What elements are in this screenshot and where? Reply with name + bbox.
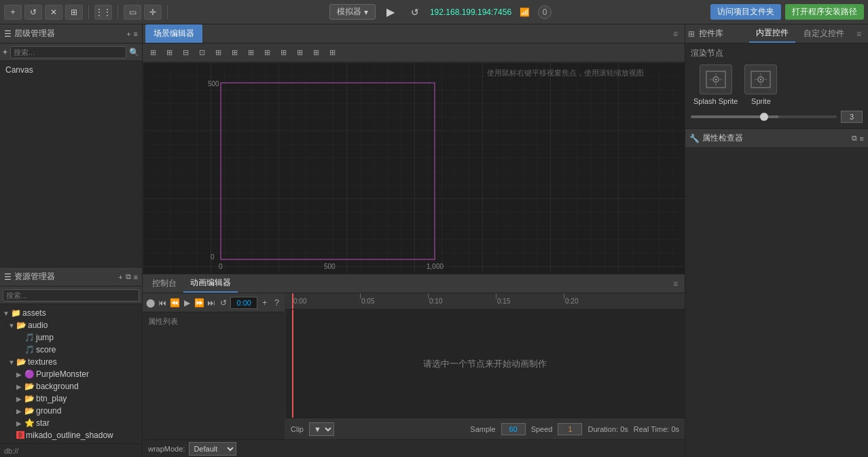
prop-copy-icon[interactable]: ⧉ (852, 134, 857, 143)
timeline-left: ⬤ ⏮ ⏪ ▶ ⏩ ⏭ ↺ + ? 属性列表 (143, 293, 285, 439)
comp-item-splash-sprite[interactable]: Splash Sprite (693, 65, 738, 105)
splash-sprite-icon-box (700, 65, 732, 94)
ground-label: ground (36, 406, 61, 416)
property-inspector-header: 🔧 属性检查器 ⧉ ≡ (685, 129, 868, 148)
tl-prev-btn[interactable]: ⏪ (170, 296, 180, 310)
timeline-time-input[interactable] (230, 297, 257, 309)
scene-toolbar-btn-1[interactable]: ⊞ (145, 46, 160, 60)
add-btn[interactable]: + (4, 5, 22, 20)
star-label: star (36, 418, 50, 428)
tree-item-star[interactable]: ▶ ⭐ star (0, 417, 142, 429)
open-install-btn[interactable]: 打开程序安装路径 (785, 4, 864, 20)
timeline-main: 请选中一个节点来开始动画制作 (285, 310, 685, 418)
scene-toolbar-btn-10[interactable]: ⊞ (292, 46, 307, 60)
layout-btn[interactable]: ⊞ (65, 5, 83, 20)
prop-menu-icon[interactable]: ≡ (860, 134, 864, 143)
axis-0-y: 0 (211, 253, 215, 261)
asset-search-bar (0, 287, 142, 304)
tree-item-jump[interactable]: ▶ 🎵 jump (0, 331, 142, 344)
tl-repeat-btn[interactable]: ↺ (218, 296, 228, 310)
tree-item-audio[interactable]: ▼ 📂 audio (0, 319, 142, 331)
tree-item-score[interactable]: ▶ 🎵 score (0, 344, 142, 356)
scene-toolbar-btn-12[interactable]: ⊞ (325, 46, 340, 60)
scene-toolbar-btn-11[interactable]: ⊞ (308, 46, 323, 60)
tl-help-btn[interactable]: ? (272, 296, 282, 310)
speed-label: Speed (531, 425, 553, 433)
layer-search-input[interactable] (10, 46, 126, 58)
tab-scene-editor[interactable]: 场景编辑器 (145, 24, 202, 43)
notification-badge[interactable]: 0 (538, 5, 551, 19)
tab-animation[interactable]: 动画编辑器 (183, 274, 238, 293)
asset-tree: ▼ 📁 assets ▼ 📂 audio ▶ 🎵 jump ▶ 🎵 (0, 304, 142, 443)
layer-add-icon[interactable]: + (126, 30, 130, 38)
tl-skip-start-btn[interactable]: ⏮ (158, 296, 168, 310)
asset-copy-icon[interactable]: ⧉ (126, 272, 131, 281)
toolbar-center: 模拟器 ▾ ▶ ↺ 192.168.199.194:7456 📶 0 (173, 3, 708, 22)
status-bar: db:// (0, 443, 142, 457)
tree-item-background[interactable]: ▶ 📂 background (0, 380, 142, 392)
scene-toolbar-btn-3[interactable]: ⊟ (178, 46, 193, 60)
comp-size-input[interactable] (841, 111, 863, 123)
tl-skip-end-btn[interactable]: ⏭ (206, 296, 217, 310)
canvas-item[interactable]: Canvas (3, 64, 139, 76)
clip-select[interactable]: ▼ (309, 422, 334, 436)
purple-monster-icon: 🟣 (24, 369, 35, 379)
reload-btn[interactable]: ↺ (405, 3, 424, 22)
stop-btn[interactable]: ✕ (45, 5, 62, 20)
tl-record-btn[interactable]: ⬤ (145, 296, 156, 310)
scene-toolbar-btn-8[interactable]: ⊞ (259, 46, 274, 60)
asset-menu-icon[interactable]: ≡ (134, 273, 138, 281)
wrap-mode-select[interactable]: Default (189, 442, 236, 456)
tl-add-event-btn[interactable]: + (259, 296, 270, 310)
simulator-btn[interactable]: 模拟器 ▾ (329, 4, 376, 20)
tree-item-ground[interactable]: ▶ 📂 ground (0, 405, 142, 417)
speed-input[interactable] (558, 423, 582, 435)
timeline-playhead[interactable] (292, 293, 293, 309)
bottom-tab-menu[interactable]: ≡ (669, 279, 682, 289)
layer-manager-title: 层级管理器 (14, 28, 124, 39)
axis-500-y: 500 (208, 80, 219, 88)
ruler-tick-5: 0:05 (360, 293, 374, 309)
add-layer-btn[interactable]: + (3, 48, 7, 57)
spacer: ▶ (16, 346, 23, 354)
grid-btn[interactable]: ⋮⋮ (94, 5, 112, 20)
asset-manager-title: 资源管理器 (14, 271, 115, 282)
scene-toolbar-btn-7[interactable]: ⊞ (243, 46, 258, 60)
tl-play-btn[interactable]: ▶ (182, 296, 192, 310)
tab-console[interactable]: 控制台 (145, 274, 183, 293)
scene-canvas[interactable]: 500 0 0 500 1,000 使用鼠标右键平移视窗焦点，使用滚轮缩放视图 (143, 62, 685, 274)
refresh-btn[interactable]: ↺ (24, 5, 42, 20)
mikado-label-1: mikado_outline_shadow (26, 431, 113, 440)
scene-toolbar-btn-5[interactable]: ⊞ (211, 46, 225, 60)
tab-custom[interactable]: 自定义控件 (797, 24, 851, 43)
sample-label: Sample (470, 425, 495, 433)
tree-item-assets[interactable]: ▼ 📁 assets (0, 307, 142, 319)
tl-next-btn[interactable]: ⏩ (194, 296, 204, 310)
tree-item-textures[interactable]: ▼ 📂 textures (0, 356, 142, 368)
scene-toolbar-btn-2[interactable]: ⊞ (162, 46, 177, 60)
asset-search-input[interactable] (3, 289, 139, 301)
comp-tab-menu[interactable]: ≡ (852, 29, 865, 39)
tab-builtin[interactable]: 内置控件 (749, 24, 795, 43)
play-btn[interactable]: ▶ (381, 3, 400, 22)
rect-btn[interactable]: ▭ (124, 5, 141, 20)
tree-item-mikado-1[interactable]: ▶ 🅱 mikado_outline_shadow (0, 429, 142, 441)
tree-item-btnplay[interactable]: ▶ 📂 btn_play (0, 392, 142, 405)
scene-tab-menu[interactable]: ≡ (669, 29, 682, 39)
wrap-mode-bar: wrapMode: Default (143, 439, 685, 457)
property-inspector-title: 属性检查器 (702, 132, 849, 144)
tree-item-purple-monster[interactable]: ▶ 🟣 PurpleMonster (0, 368, 142, 380)
move-btn[interactable]: ✛ (144, 5, 162, 20)
sample-input[interactable] (501, 423, 526, 435)
scene-toolbar-btn-6[interactable]: ⊞ (227, 46, 242, 60)
scene-toolbar-btn-4[interactable]: ⊡ (194, 46, 209, 60)
visit-project-btn[interactable]: 访问项目文件夹 (710, 4, 781, 20)
component-library: ⊞ 控件库 内置控件 自定义控件 ≡ 渲染节点 (685, 24, 868, 129)
asset-add-icon[interactable]: + (118, 273, 122, 281)
svg-rect-2 (221, 83, 435, 259)
layer-menu-icon[interactable]: ≡ (134, 30, 138, 38)
comp-item-sprite[interactable]: Sprite (744, 65, 777, 105)
scene-toolbar-btn-9[interactable]: ⊞ (276, 46, 291, 60)
svg-point-5 (715, 79, 717, 81)
comp-size-slider[interactable] (691, 115, 837, 118)
